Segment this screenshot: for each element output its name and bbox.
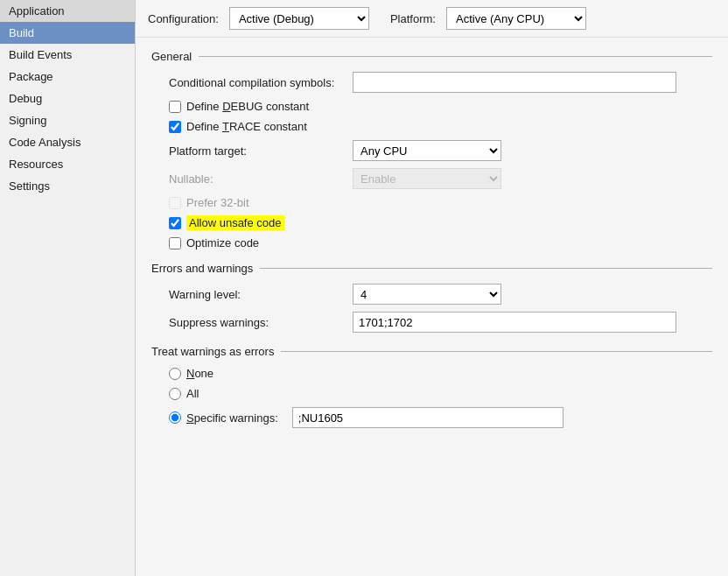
specific-warnings-field (292, 407, 625, 428)
sidebar-item-code-analysis[interactable]: Code Analysis (0, 131, 135, 153)
main-panel: Configuration: Active (Debug) Debug Rele… (136, 0, 728, 576)
define-debug-checkbox[interactable] (169, 101, 181, 113)
treat-warnings-all-row: All (151, 387, 712, 400)
platform-select[interactable]: Active (Any CPU) Any CPU x86 x64 (446, 7, 586, 30)
sidebar-item-build-events[interactable]: Build Events (0, 44, 135, 66)
allow-unsafe-row: Allow unsafe code (151, 216, 712, 229)
top-bar: Configuration: Active (Debug) Debug Rele… (136, 0, 728, 38)
suppress-warnings-row: Suppress warnings: (151, 312, 712, 333)
warning-level-label: Warning level: (169, 288, 353, 301)
errors-warnings-section-header: Errors and warnings (151, 262, 712, 275)
suppress-warnings-input[interactable] (353, 312, 676, 333)
warning-level-field: 0 1 2 3 4 (353, 284, 685, 305)
sidebar-item-debug[interactable]: Debug (0, 88, 135, 109)
warning-level-row: Warning level: 0 1 2 3 4 (151, 284, 712, 305)
define-debug-row: Define DEBUG constant (151, 100, 712, 113)
platform-target-row: Platform target: Any CPU x86 x64 ARM (151, 140, 712, 161)
nullable-select[interactable]: Enable Disable Warnings Annotations (353, 168, 501, 189)
configuration-select[interactable]: Active (Debug) Debug Release All Configu… (229, 7, 369, 30)
treat-warnings-all-label[interactable]: All (186, 387, 199, 400)
conditional-symbols-field (353, 72, 685, 93)
content-area: General Conditional compilation symbols:… (136, 38, 728, 453)
prefer32bit-label: Prefer 32-bit (186, 196, 249, 209)
treat-warnings-all-radio[interactable] (169, 388, 181, 400)
general-section-header: General (151, 50, 712, 63)
optimize-code-checkbox[interactable] (169, 237, 181, 249)
define-trace-label[interactable]: Define TRACE constant (186, 120, 307, 133)
treat-warnings-specific-label[interactable]: Specific warnings: (186, 411, 278, 425)
conditional-symbols-input[interactable] (353, 72, 676, 93)
general-section: General Conditional compilation symbols:… (151, 50, 712, 249)
allow-unsafe-label[interactable]: Allow unsafe code (186, 216, 284, 229)
suppress-warnings-label: Suppress warnings: (169, 316, 353, 329)
sidebar: Application Build Build Events Package D… (0, 0, 136, 576)
conditional-symbols-row: Conditional compilation symbols: (151, 72, 712, 93)
treat-warnings-section: Treat warnings as errors None All Specif… (151, 345, 712, 428)
prefer32bit-checkbox[interactable] (169, 197, 181, 209)
treat-warnings-none-row: None (151, 367, 712, 380)
nullable-label: Nullable: (169, 172, 353, 186)
define-trace-row: Define TRACE constant (151, 120, 712, 133)
sidebar-item-resources[interactable]: Resources (0, 153, 135, 175)
platform-target-field: Any CPU x86 x64 ARM (353, 140, 685, 161)
treat-warnings-section-header: Treat warnings as errors (151, 345, 712, 358)
nullable-row: Nullable: Enable Disable Warnings Annota… (151, 168, 712, 189)
nullable-field: Enable Disable Warnings Annotations (353, 168, 685, 189)
platform-label: Platform: (390, 12, 436, 25)
treat-warnings-specific-radio[interactable] (169, 411, 181, 424)
optimize-code-label[interactable]: Optimize code (186, 236, 259, 249)
warning-level-select[interactable]: 0 1 2 3 4 (353, 284, 501, 305)
define-debug-label[interactable]: Define DEBUG constant (186, 100, 309, 113)
allow-unsafe-checkbox[interactable] (169, 217, 181, 229)
configuration-label: Configuration: (148, 12, 219, 25)
sidebar-item-signing[interactable]: Signing (0, 109, 135, 131)
sidebar-item-build[interactable]: Build (0, 22, 135, 44)
sidebar-item-application[interactable]: Application (0, 0, 135, 22)
sidebar-item-package[interactable]: Package (0, 66, 135, 88)
prefer32bit-row: Prefer 32-bit (151, 196, 712, 209)
sidebar-item-settings[interactable]: Settings (0, 175, 135, 197)
treat-warnings-none-radio[interactable] (169, 368, 181, 380)
specific-warnings-input[interactable] (292, 407, 564, 428)
platform-target-select[interactable]: Any CPU x86 x64 ARM (353, 140, 501, 161)
suppress-warnings-field (353, 312, 685, 333)
define-trace-checkbox[interactable] (169, 121, 181, 133)
conditional-symbols-label: Conditional compilation symbols: (169, 76, 353, 89)
treat-warnings-specific-row: Specific warnings: (151, 407, 712, 428)
platform-target-label: Platform target: (169, 144, 353, 158)
treat-warnings-none-label[interactable]: None (186, 367, 214, 380)
errors-warnings-section: Errors and warnings Warning level: 0 1 2… (151, 262, 712, 333)
optimize-code-row: Optimize code (151, 236, 712, 249)
